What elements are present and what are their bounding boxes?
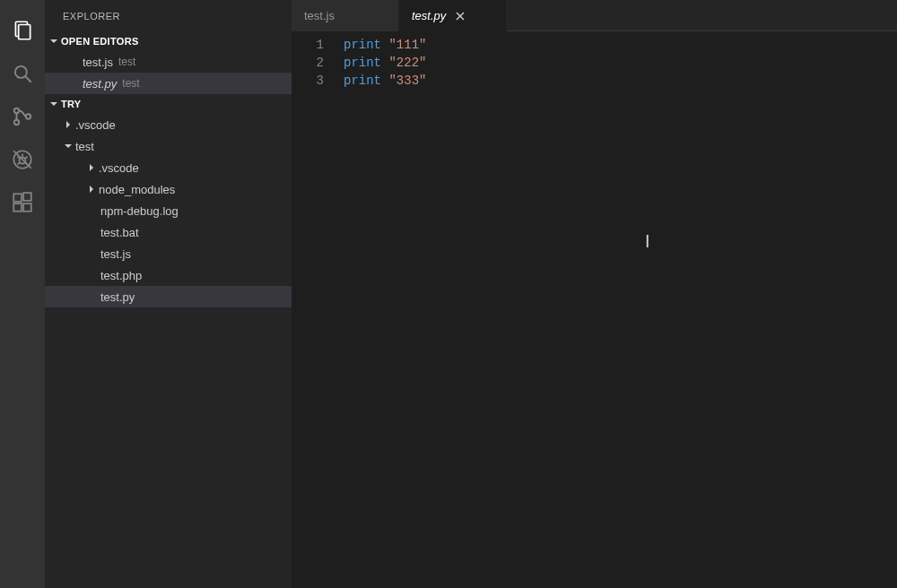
svg-rect-15 (13, 194, 22, 202)
file-label: test.bat (100, 226, 139, 239)
activity-bar (0, 0, 45, 588)
folder-item[interactable]: .vscode (45, 157, 292, 178)
svg-line-11 (25, 157, 27, 159)
folder-label: test (75, 140, 94, 153)
tab-label: test.js (304, 9, 335, 22)
tab-bar: test.jstest.py (292, 0, 897, 32)
chevron-right-icon (84, 185, 99, 194)
close-icon[interactable] (453, 9, 467, 23)
file-item[interactable]: test.py (45, 286, 292, 307)
editor-tab[interactable]: test.py (399, 0, 507, 31)
file-item[interactable]: npm-debug.log (45, 200, 292, 221)
activity-debug-icon[interactable] (0, 138, 45, 181)
explorer-sidebar: EXPLORER OPEN EDITORS test.jstesttest.py… (45, 0, 292, 588)
folder-label: node_modules (99, 183, 175, 196)
open-editor-desc: test (118, 56, 135, 68)
workspace-header[interactable]: TRY (45, 94, 292, 114)
tab-label: test.py (412, 9, 446, 22)
file-label: test.py (100, 290, 135, 304)
chevron-down-icon (61, 142, 75, 151)
chevron-down-icon (47, 99, 61, 108)
file-label: test.js (100, 247, 131, 261)
chevron-right-icon (84, 163, 99, 172)
code-line[interactable]: print "222" (344, 54, 897, 72)
open-editor-desc: test (122, 77, 139, 90)
line-number-gutter: 123 (292, 32, 344, 588)
code-line[interactable]: print "333" (344, 72, 897, 90)
test-files: npm-debug.logtest.battest.jstest.phptest… (45, 200, 292, 307)
folder-vscode-root[interactable]: .vscode (45, 114, 292, 135)
svg-rect-16 (13, 203, 22, 212)
line-number: 3 (292, 72, 324, 90)
open-editors-header[interactable]: OPEN EDITORS (45, 31, 292, 51)
activity-search-icon[interactable] (0, 52, 45, 95)
folder-test[interactable]: test (45, 135, 292, 157)
file-label: npm-debug.log (100, 204, 179, 218)
file-item[interactable]: test.php (45, 264, 292, 286)
test-subfolders: .vscodenode_modules (45, 157, 292, 200)
file-item[interactable]: test.js (45, 243, 292, 264)
file-label: test.php (100, 269, 142, 282)
chevron-right-icon (61, 120, 75, 129)
svg-line-3 (25, 76, 31, 82)
folder-item[interactable]: node_modules (45, 178, 292, 200)
editor-area: test.jstest.py 123 print "111"print "222… (292, 0, 897, 588)
open-editors-label: OPEN EDITORS (61, 36, 139, 47)
code-content[interactable]: print "111"print "222"print "333" (344, 32, 897, 588)
editor-tab[interactable]: test.js (292, 0, 399, 31)
svg-line-12 (18, 162, 20, 164)
open-editors-list: test.jstesttest.pytest (45, 51, 292, 94)
open-editor-item[interactable]: test.pytest (45, 73, 292, 94)
open-editor-label: test.py (83, 77, 117, 91)
line-number: 1 (292, 36, 324, 54)
activity-scm-icon[interactable] (0, 95, 45, 138)
svg-rect-18 (23, 193, 31, 201)
file-item[interactable]: test.bat (45, 221, 292, 243)
sidebar-title: EXPLORER (45, 0, 292, 31)
folder-label: .vscode (99, 161, 139, 175)
svg-point-4 (14, 108, 19, 113)
activity-extensions-icon[interactable] (0, 181, 45, 224)
chevron-down-icon (47, 37, 61, 46)
workspace-name: TRY (61, 99, 82, 109)
svg-point-5 (14, 120, 19, 125)
tab-filler (507, 0, 897, 31)
code-line[interactable]: print "111" (344, 36, 897, 54)
editor-body[interactable]: 123 print "111"print "222"print "333" I (292, 32, 897, 588)
svg-point-6 (26, 114, 30, 118)
activity-explorer-icon[interactable] (0, 9, 45, 52)
folder-label: .vscode (75, 118, 116, 132)
svg-point-2 (15, 66, 27, 78)
svg-rect-1 (19, 25, 30, 39)
open-editor-item[interactable]: test.jstest (45, 51, 292, 73)
open-editor-label: test.js (83, 56, 113, 69)
line-number: 2 (292, 54, 324, 72)
svg-rect-17 (23, 203, 31, 212)
